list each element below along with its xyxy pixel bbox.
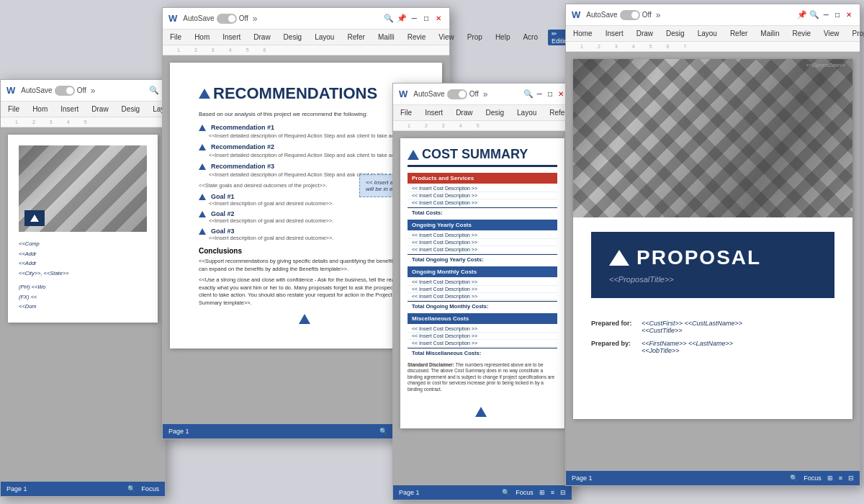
close-btn-cost[interactable]: ✕ [556, 90, 566, 98]
cost-row-4-2: << Insert Cost Description >> [408, 333, 557, 340]
word-icon-proposal: W [572, 9, 580, 20]
tab-view-r[interactable]: View [436, 32, 457, 42]
ribbon-rec: File Hom Insert Draw Desig Layou Refer M… [163, 30, 449, 45]
close-btn-proposal[interactable]: ✕ [844, 11, 854, 19]
tab-mailings-p[interactable]: Mailin [757, 29, 782, 38]
tab-design-c[interactable]: Desig [119, 104, 143, 114]
tab-prop-r[interactable]: Prop [464, 32, 485, 42]
tab-file-r[interactable]: File [167, 32, 184, 42]
search-icon-rec[interactable]: 🔍 [384, 14, 394, 23]
maximize-btn-cost[interactable]: □ [546, 90, 554, 98]
tab-layout-r[interactable]: Layou [312, 32, 337, 42]
tab-insert-p[interactable]: Insert [603, 29, 626, 38]
goal-3: Goal #3 <<Insert description of goal and… [199, 228, 413, 241]
cost-heading: COST SUMMARY [408, 147, 557, 167]
contacts-content: <<Comp <<Addr <<Addr <<City>>, <<State>>… [1, 127, 165, 482]
tab-mailings-r[interactable]: Mailli [375, 32, 397, 42]
cost-row-3-1: << Insert Cost Description >> [408, 279, 557, 286]
tab-insert-cost[interactable]: Insert [422, 108, 446, 117]
ruler-contacts: 12345 [1, 117, 165, 127]
minimize-btn-proposal[interactable]: ─ [822, 11, 831, 19]
cost-logo-triangle [408, 150, 419, 160]
tab-design-r[interactable]: Desig [281, 32, 305, 42]
tab-draw-c[interactable]: Draw [89, 104, 111, 114]
cost-row-4-1: << Insert Cost Description >> [408, 325, 557, 333]
tab-draw-cost[interactable]: Draw [453, 108, 475, 117]
more-options-rec[interactable]: » [253, 14, 258, 24]
view-t2-cost[interactable]: ≡ [551, 489, 554, 496]
contact-fields: <<Comp <<Addr <<Addr <<City>>, <<State>>… [19, 239, 147, 312]
more-options-cost[interactable]: » [483, 89, 489, 99]
search-icon-contacts[interactable]: 🔍 [149, 86, 159, 95]
proposal-title-bar: W AutoSave Off » 📌 🔍 ─ □ ✕ [566, 4, 860, 26]
cost-footer [408, 407, 557, 420]
rec-heading: RECOMMENDATIONS [199, 84, 413, 103]
minimize-btn-rec[interactable]: ─ [410, 14, 419, 22]
proposal-content: <<CurrentDate>> PROPOSAL <<ProposalTitle… [566, 52, 860, 471]
tab-home-r[interactable]: Hom [192, 32, 212, 42]
tab-file-c[interactable]: File [5, 104, 22, 114]
tab-insert-r[interactable]: Insert [220, 32, 243, 42]
cost-footer-triangle [475, 407, 487, 417]
tab-acro-r[interactable]: Acro [520, 32, 541, 42]
proposal-logo-triangle-large [609, 250, 629, 266]
view-t1-cost[interactable]: ⊞ [539, 489, 545, 496]
cost-section1-header: Products and Services [408, 173, 557, 184]
tab-home-p[interactable]: Home [570, 29, 595, 38]
cost-row-1-2: << Insert Cost Description >> [408, 192, 557, 199]
cost-row-1-1: << Insert Cost Description >> [408, 185, 557, 192]
contacts-window[interactable]: W AutoSave Off » 🔍 File Hom Insert Draw … [0, 79, 166, 497]
tab-view-p[interactable]: View [821, 29, 842, 38]
tab-home-c[interactable]: Hom [30, 104, 50, 114]
focus-icon-rec: 🔍 [379, 428, 387, 435]
proposal-status-bar: Page 1 🔍 Focus ⊞ ≡ ⊟ [566, 471, 860, 485]
bullet-triangle-1 [199, 125, 206, 131]
tab-help-r[interactable]: Help [492, 32, 513, 42]
tab-file-cost[interactable]: File [397, 108, 415, 117]
focus-icon-proposal: 🔍 [790, 474, 798, 482]
tab-design-p[interactable]: Desig [663, 29, 688, 38]
view-t1-proposal[interactable]: ⊞ [827, 474, 833, 482]
tab-design-cost[interactable]: Desig [482, 108, 507, 117]
maximize-btn-rec[interactable]: □ [422, 14, 431, 22]
date-placeholder: <<CurrentDate>> [806, 63, 845, 68]
close-btn-rec[interactable]: ✕ [433, 14, 444, 22]
tab-refer-r[interactable]: Refer [344, 32, 367, 42]
conclusions-heading: Conclusions [199, 247, 413, 255]
bullet-triangle-3 [199, 163, 206, 170]
tab-draw-p[interactable]: Draw [634, 29, 656, 38]
cost-row-3-3: << Insert Cost Description >> [408, 293, 557, 300]
view-t3-proposal[interactable]: ⊟ [848, 474, 854, 482]
rec-intro-text: Based on our analysis of this project we… [199, 110, 413, 118]
cost-row-4-3: << Insert Cost Description >> [408, 340, 557, 347]
more-options-contacts[interactable]: » [91, 86, 96, 96]
ruler-proposal: 1234567 [566, 42, 860, 52]
pin-icon-proposal: 📌 [797, 10, 807, 19]
contacts-status-bar: Page 1 🔍 Focus [1, 482, 165, 496]
proposal-window[interactable]: W AutoSave Off » 📌 🔍 ─ □ ✕ Home Insert D… [565, 4, 860, 486]
minimize-btn-cost[interactable]: ─ [535, 90, 544, 98]
tab-insert-c[interactable]: Insert [58, 104, 81, 114]
focus-icon-cost: 🔍 [502, 489, 510, 496]
tab-draw-r[interactable]: Draw [251, 32, 273, 42]
goal-triangle-3 [199, 228, 206, 235]
search-icon-proposal[interactable]: 🔍 [809, 10, 819, 19]
view-t2-proposal[interactable]: ≡ [839, 474, 842, 482]
search-icon-cost[interactable]: 🔍 [523, 89, 534, 99]
conclusions-text-1: <<Support recommendations by giving spec… [199, 258, 413, 273]
tab-review-r[interactable]: Revie [405, 32, 429, 42]
view-t3-cost[interactable]: ⊟ [560, 489, 566, 496]
tab-refer-p[interactable]: Refer [727, 29, 750, 38]
tab-prop-p[interactable]: Propo [850, 29, 864, 38]
tab-review-p[interactable]: Revie [789, 29, 814, 38]
pin-icon-rec: 📌 [397, 14, 407, 23]
rec-footer [199, 314, 413, 327]
maximize-btn-proposal[interactable]: □ [833, 11, 842, 19]
ribbon-proposal: Home Insert Draw Desig Layou Refer Maili… [566, 26, 860, 42]
cost-content: COST SUMMARY Products and Services << In… [393, 131, 572, 485]
tab-layout-p[interactable]: Layou [695, 29, 720, 38]
tab-layout-cost[interactable]: Layou [514, 108, 539, 117]
cost-window[interactable]: W AutoSave Off » 🔍 ─ □ ✕ File Insert Dra… [392, 83, 572, 500]
more-options-proposal[interactable]: » [656, 10, 662, 20]
ruler-cost: 12345 [393, 121, 572, 131]
